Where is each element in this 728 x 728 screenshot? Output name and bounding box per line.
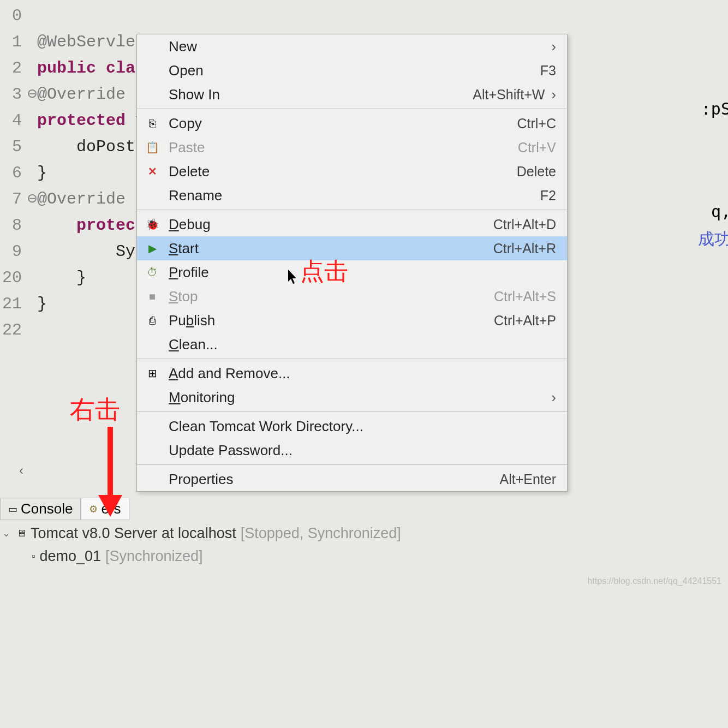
add-remove-icon: ⊞ — [142, 367, 162, 380]
chevron-right-icon: › — [551, 38, 556, 55]
debug-icon: 🐞 — [142, 218, 162, 231]
code-fragment: q, — [711, 202, 728, 221]
console-icon: ▭ — [8, 503, 17, 515]
server-node-demo[interactable]: ▫ demo_01 [Synchronized] — [0, 545, 728, 568]
menu-item-rename[interactable]: Rename F2 — [137, 183, 567, 207]
menu-separator — [137, 464, 567, 465]
line-number: 0 — [0, 3, 27, 29]
collapse-icon[interactable]: ⌄ — [2, 522, 12, 545]
menu-item-clean-tomcat[interactable]: Clean Tomcat Work Directory... — [137, 414, 567, 438]
annotation-rightclick-label: 右击 — [70, 393, 120, 427]
menu-item-profile[interactable]: ⏱ Profile — [137, 260, 567, 284]
menu-item-open[interactable]: Open F3 — [137, 58, 567, 82]
annotation-click-label: 点击 — [300, 255, 348, 288]
servers-tree: ⌄ 🖥 Tomcat v8.0 Server at localhost [Sto… — [0, 522, 728, 568]
menu-item-start[interactable]: ▶ Start Ctrl+Alt+R — [137, 236, 567, 260]
menu-item-properties[interactable]: Properties Alt+Enter — [137, 467, 567, 491]
paste-icon: 📋 — [142, 141, 162, 154]
menu-item-clean[interactable]: Clean... — [137, 332, 567, 356]
menu-item-stop[interactable]: ■ Stop Ctrl+Alt+S — [137, 284, 567, 308]
menu-separator — [137, 109, 567, 109]
menu-item-debug[interactable]: 🐞 Debug Ctrl+Alt+D — [137, 212, 567, 236]
mouse-cursor-icon — [288, 270, 299, 285]
server-node-tomcat[interactable]: ⌄ 🖥 Tomcat v8.0 Server at localhost [Sto… — [0, 522, 728, 545]
module-icon: ▫ — [32, 545, 35, 568]
menu-item-publish[interactable]: ⎙ Publish Ctrl+Alt+P — [137, 308, 567, 332]
server-icon: 🖥 — [16, 522, 26, 545]
menu-separator — [137, 411, 567, 412]
menu-item-show-in[interactable]: Show In Alt+Shift+W › — [137, 82, 567, 106]
menu-separator — [137, 359, 567, 359]
profile-icon: ⏱ — [142, 266, 162, 279]
menu-item-new[interactable]: New › — [137, 34, 567, 58]
chevron-right-icon: › — [551, 389, 556, 406]
publish-icon: ⎙ — [142, 314, 162, 327]
chevron-right-icon: › — [551, 86, 556, 103]
watermark: https://blog.csdn.net/qq_44241551 — [587, 576, 721, 586]
scroll-left-icon[interactable]: ‹ — [19, 463, 23, 478]
copy-icon: ⎘ — [142, 117, 162, 130]
code-fragment: :pS — [701, 99, 728, 118]
start-icon: ▶ — [142, 242, 162, 255]
menu-item-add-remove[interactable]: ⊞ Add and Remove... — [137, 361, 567, 385]
stop-icon: ■ — [142, 290, 162, 303]
code-fragment: 成功 — [698, 228, 728, 250]
menu-separator — [137, 210, 567, 210]
delete-icon: ✕ — [142, 165, 162, 178]
menu-item-update-password[interactable]: Update Password... — [137, 438, 567, 462]
menu-item-delete[interactable]: ✕ Delete Delete — [137, 159, 567, 183]
tab-console[interactable]: ▭ Console — [0, 498, 81, 520]
context-menu: New › Open F3 Show In Alt+Shift+W › ⎘ Co… — [136, 34, 568, 492]
annotation-arrow-icon — [94, 427, 127, 520]
menu-item-monitoring[interactable]: Monitoring › — [137, 385, 567, 409]
menu-item-copy[interactable]: ⎘ Copy Ctrl+C — [137, 111, 567, 135]
menu-item-paste[interactable]: 📋 Paste Ctrl+V — [137, 135, 567, 159]
